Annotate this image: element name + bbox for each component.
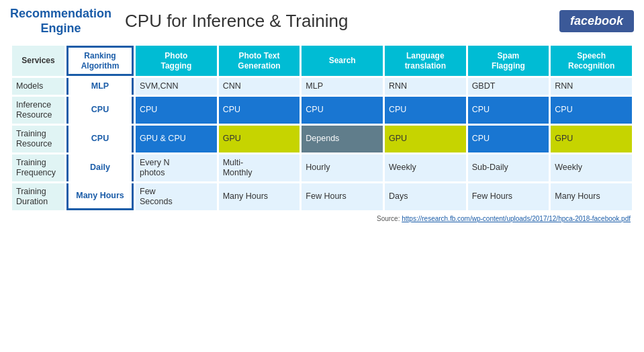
- models-photo-text: CNN: [219, 78, 300, 95]
- training-frequency-search: Hourly: [302, 155, 383, 181]
- models-photo-tagging: SVM,CNN: [136, 78, 217, 95]
- training-duration-ranking: Many Hours: [66, 183, 134, 210]
- training-duration-spam: Few Hours: [468, 183, 549, 210]
- models-row: Models MLP SVM,CNN CNN MLP RNN GBDT RNN: [12, 78, 632, 95]
- training-duration-label: TrainingDuration: [12, 183, 64, 210]
- source-url[interactable]: https://research.fb.com/wp-content/uploa…: [402, 215, 631, 222]
- training-frequency-photo-tagging: Every Nphotos: [136, 155, 217, 181]
- training-frequency-ranking: Daily: [66, 155, 134, 181]
- training-resource-label: TrainingResource: [12, 126, 64, 152]
- inference-search: CPU: [302, 97, 383, 124]
- models-spam: GBDT: [468, 78, 549, 95]
- col-language-header: Languagetranslation: [385, 46, 466, 76]
- inference-row: InferenceResource CPU CPU CPU CPU CPU CP…: [12, 97, 632, 124]
- recommendation-engine-title: Recommendation Engine: [10, 7, 111, 36]
- col-ranking-header: RankingAlgorithm: [66, 46, 134, 76]
- inference-speech: CPU: [551, 97, 632, 124]
- training-frequency-speech: Weekly: [551, 155, 632, 181]
- models-label: Models: [12, 78, 64, 95]
- training-resource-photo-tagging: GPU & CPU: [136, 126, 217, 152]
- models-speech: RNN: [551, 78, 632, 95]
- training-duration-speech: Many Hours: [551, 183, 632, 210]
- training-resource-ranking: CPU: [66, 126, 134, 152]
- header-row: Services RankingAlgorithm PhotoTagging P…: [12, 46, 632, 76]
- training-resource-spam: CPU: [468, 126, 549, 152]
- models-language: RNN: [385, 78, 466, 95]
- page-container: Recommendation Engine CPU for Inference …: [0, 0, 644, 352]
- inference-spam: CPU: [468, 97, 549, 124]
- col-services-header: Services: [12, 46, 64, 76]
- header: Recommendation Engine CPU for Inference …: [10, 7, 634, 36]
- main-table: Services RankingAlgorithm PhotoTagging P…: [10, 44, 634, 212]
- inference-photo-text: CPU: [219, 97, 300, 124]
- col-search-header: Search: [302, 46, 383, 76]
- training-frequency-row: TrainingFrequency Daily Every Nphotos Mu…: [12, 155, 632, 181]
- table-wrapper: Services RankingAlgorithm PhotoTagging P…: [10, 44, 634, 222]
- source-line: Source: https://research.fb.com/wp-conte…: [10, 215, 634, 222]
- training-resource-row: TrainingResource CPU GPU & CPU GPU Depen…: [12, 126, 632, 152]
- training-frequency-photo-text: Multi-Monthly: [219, 155, 300, 181]
- cpu-title: CPU for Inference & Training: [125, 11, 348, 32]
- header-left: Recommendation Engine CPU for Inference …: [10, 7, 348, 36]
- training-frequency-label: TrainingFrequency: [12, 155, 64, 181]
- col-speech-header: SpeechRecognition: [551, 46, 632, 76]
- training-duration-language: Days: [385, 183, 466, 210]
- training-frequency-spam: Sub-Daily: [468, 155, 549, 181]
- training-duration-row: TrainingDuration Many Hours FewSeconds M…: [12, 183, 632, 210]
- source-text: Source:: [377, 215, 402, 222]
- col-photo-tagging-header: PhotoTagging: [136, 46, 217, 76]
- training-resource-search: Depends: [302, 126, 383, 152]
- training-duration-photo-tagging: FewSeconds: [136, 183, 217, 210]
- models-ranking: MLP: [66, 78, 134, 95]
- training-duration-photo-text: Many Hours: [219, 183, 300, 210]
- training-resource-photo-text: GPU: [219, 126, 300, 152]
- models-search: MLP: [302, 78, 383, 95]
- inference-ranking: CPU: [66, 97, 134, 124]
- facebook-badge: facebook: [559, 10, 634, 32]
- training-frequency-language: Weekly: [385, 155, 466, 181]
- inference-label: InferenceResource: [12, 97, 64, 124]
- training-resource-language: GPU: [385, 126, 466, 152]
- inference-language: CPU: [385, 97, 466, 124]
- training-resource-speech: GPU: [551, 126, 632, 152]
- inference-photo-tagging: CPU: [136, 97, 217, 124]
- training-duration-search: Few Hours: [302, 183, 383, 210]
- col-photo-text-header: Photo TextGeneration: [219, 46, 300, 76]
- col-spam-header: SpamFlagging: [468, 46, 549, 76]
